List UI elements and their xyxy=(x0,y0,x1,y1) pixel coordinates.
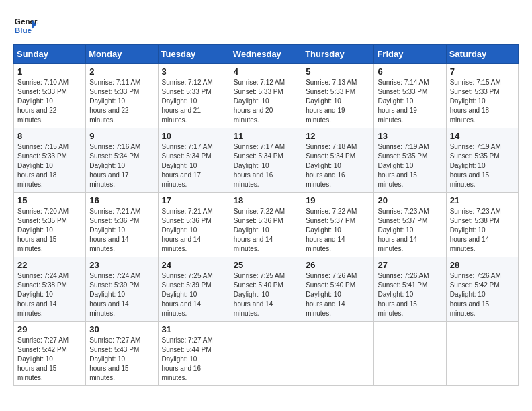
day-number: 28 xyxy=(450,260,515,270)
day-info: Sunrise: 7:18 AMSunset: 5:34 PMDaylight:… xyxy=(306,142,370,189)
calendar-cell: 31Sunrise: 7:27 AMSunset: 5:44 PMDayligh… xyxy=(158,322,230,386)
calendar-week-row: 8Sunrise: 7:15 AMSunset: 5:33 PMDaylight… xyxy=(14,128,519,193)
day-number: 30 xyxy=(89,324,154,334)
calendar-cell: 23Sunrise: 7:24 AMSunset: 5:39 PMDayligh… xyxy=(86,257,158,322)
calendar-cell: 4Sunrise: 7:12 AMSunset: 5:33 PMDaylight… xyxy=(230,64,302,128)
calendar-cell: 24Sunrise: 7:25 AMSunset: 5:39 PMDayligh… xyxy=(158,257,230,322)
calendar-cell: 5Sunrise: 7:13 AMSunset: 5:33 PMDaylight… xyxy=(302,64,374,128)
day-number: 23 xyxy=(89,260,154,270)
day-number: 4 xyxy=(234,66,298,77)
weekday-header-thursday: Thursday xyxy=(302,45,374,64)
calendar-cell: 19Sunrise: 7:22 AMSunset: 5:37 PMDayligh… xyxy=(302,193,374,257)
day-info: Sunrise: 7:21 AMSunset: 5:36 PMDaylight:… xyxy=(162,207,226,254)
day-number: 22 xyxy=(17,260,82,270)
day-number: 21 xyxy=(450,195,515,205)
day-number: 25 xyxy=(234,260,298,270)
calendar-cell: 20Sunrise: 7:23 AMSunset: 5:37 PMDayligh… xyxy=(374,193,446,257)
day-info: Sunrise: 7:21 AMSunset: 5:36 PMDaylight:… xyxy=(89,207,154,254)
day-number: 18 xyxy=(234,195,298,205)
day-info: Sunrise: 7:17 AMSunset: 5:34 PMDaylight:… xyxy=(162,142,226,189)
day-info: Sunrise: 7:22 AMSunset: 5:36 PMDaylight:… xyxy=(234,207,298,254)
calendar-cell: 16Sunrise: 7:21 AMSunset: 5:36 PMDayligh… xyxy=(86,193,158,257)
day-info: Sunrise: 7:26 AMSunset: 5:41 PMDaylight:… xyxy=(378,271,442,318)
day-info: Sunrise: 7:24 AMSunset: 5:38 PMDaylight:… xyxy=(17,271,82,318)
day-number: 2 xyxy=(89,66,154,77)
day-number: 16 xyxy=(89,195,154,205)
weekday-header-wednesday: Wednesday xyxy=(230,45,302,64)
day-number: 9 xyxy=(89,131,154,141)
day-info: Sunrise: 7:24 AMSunset: 5:39 PMDaylight:… xyxy=(89,271,154,318)
calendar-cell: 10Sunrise: 7:17 AMSunset: 5:34 PMDayligh… xyxy=(158,128,230,193)
day-info: Sunrise: 7:16 AMSunset: 5:34 PMDaylight:… xyxy=(89,142,154,189)
calendar-cell: 14Sunrise: 7:19 AMSunset: 5:35 PMDayligh… xyxy=(446,128,518,193)
weekday-header-tuesday: Tuesday xyxy=(158,45,230,64)
calendar-cell xyxy=(302,322,374,386)
day-info: Sunrise: 7:14 AMSunset: 5:33 PMDaylight:… xyxy=(378,78,442,125)
day-info: Sunrise: 7:27 AMSunset: 5:42 PMDaylight:… xyxy=(17,336,82,383)
calendar-cell: 13Sunrise: 7:19 AMSunset: 5:35 PMDayligh… xyxy=(374,128,446,193)
calendar-table: SundayMondayTuesdayWednesdayThursdayFrid… xyxy=(13,44,519,386)
day-number: 1 xyxy=(17,66,82,77)
calendar-cell: 9Sunrise: 7:16 AMSunset: 5:34 PMDaylight… xyxy=(86,128,158,193)
weekday-header-saturday: Saturday xyxy=(446,45,518,64)
day-info: Sunrise: 7:27 AMSunset: 5:43 PMDaylight:… xyxy=(89,336,154,383)
day-info: Sunrise: 7:13 AMSunset: 5:33 PMDaylight:… xyxy=(306,78,370,125)
calendar-cell: 18Sunrise: 7:22 AMSunset: 5:36 PMDayligh… xyxy=(230,193,302,257)
svg-text:Blue: Blue xyxy=(15,26,32,34)
weekday-header-friday: Friday xyxy=(374,45,446,64)
day-info: Sunrise: 7:12 AMSunset: 5:33 PMDaylight:… xyxy=(162,78,226,125)
day-info: Sunrise: 7:10 AMSunset: 5:33 PMDaylight:… xyxy=(17,78,82,125)
calendar-cell: 26Sunrise: 7:26 AMSunset: 5:40 PMDayligh… xyxy=(302,257,374,322)
calendar-cell: 25Sunrise: 7:25 AMSunset: 5:40 PMDayligh… xyxy=(230,257,302,322)
day-info: Sunrise: 7:17 AMSunset: 5:34 PMDaylight:… xyxy=(234,142,298,189)
calendar-cell: 30Sunrise: 7:27 AMSunset: 5:43 PMDayligh… xyxy=(86,322,158,386)
calendar-cell xyxy=(374,322,446,386)
day-info: Sunrise: 7:23 AMSunset: 5:37 PMDaylight:… xyxy=(378,207,442,254)
day-info: Sunrise: 7:19 AMSunset: 5:35 PMDaylight:… xyxy=(450,142,515,189)
calendar-cell xyxy=(446,322,518,386)
day-info: Sunrise: 7:20 AMSunset: 5:35 PMDaylight:… xyxy=(17,207,82,254)
day-number: 5 xyxy=(306,66,370,77)
calendar-cell: 15Sunrise: 7:20 AMSunset: 5:35 PMDayligh… xyxy=(14,193,86,257)
day-info: Sunrise: 7:22 AMSunset: 5:37 PMDaylight:… xyxy=(306,207,370,254)
day-number: 17 xyxy=(162,195,226,205)
day-number: 15 xyxy=(17,195,82,205)
calendar-cell: 29Sunrise: 7:27 AMSunset: 5:42 PMDayligh… xyxy=(14,322,86,386)
calendar-cell: 8Sunrise: 7:15 AMSunset: 5:33 PMDaylight… xyxy=(14,128,86,193)
day-number: 8 xyxy=(17,131,82,141)
calendar-cell: 3Sunrise: 7:12 AMSunset: 5:33 PMDaylight… xyxy=(158,64,230,128)
calendar-cell: 6Sunrise: 7:14 AMSunset: 5:33 PMDaylight… xyxy=(374,64,446,128)
calendar-week-row: 1Sunrise: 7:10 AMSunset: 5:33 PMDaylight… xyxy=(14,64,519,128)
day-info: Sunrise: 7:19 AMSunset: 5:35 PMDaylight:… xyxy=(378,142,442,189)
weekday-header-sunday: Sunday xyxy=(14,45,86,64)
calendar-week-row: 22Sunrise: 7:24 AMSunset: 5:38 PMDayligh… xyxy=(14,257,519,322)
day-info: Sunrise: 7:26 AMSunset: 5:40 PMDaylight:… xyxy=(306,271,370,318)
calendar-cell: 2Sunrise: 7:11 AMSunset: 5:33 PMDaylight… xyxy=(86,64,158,128)
day-number: 10 xyxy=(162,131,226,141)
day-info: Sunrise: 7:23 AMSunset: 5:38 PMDaylight:… xyxy=(450,207,515,254)
day-info: Sunrise: 7:15 AMSunset: 5:33 PMDaylight:… xyxy=(450,78,515,125)
day-number: 29 xyxy=(17,324,82,334)
weekday-header-monday: Monday xyxy=(86,45,158,64)
day-number: 26 xyxy=(306,260,370,270)
day-number: 12 xyxy=(306,131,370,141)
day-info: Sunrise: 7:25 AMSunset: 5:39 PMDaylight:… xyxy=(162,271,226,318)
day-info: Sunrise: 7:12 AMSunset: 5:33 PMDaylight:… xyxy=(234,78,298,125)
day-info: Sunrise: 7:27 AMSunset: 5:44 PMDaylight:… xyxy=(162,336,226,383)
calendar-cell: 17Sunrise: 7:21 AMSunset: 5:36 PMDayligh… xyxy=(158,193,230,257)
day-number: 31 xyxy=(162,324,226,334)
calendar-cell: 28Sunrise: 7:26 AMSunset: 5:42 PMDayligh… xyxy=(446,257,518,322)
day-number: 11 xyxy=(234,131,298,141)
day-number: 27 xyxy=(378,260,442,270)
calendar-cell: 1Sunrise: 7:10 AMSunset: 5:33 PMDaylight… xyxy=(14,64,86,128)
calendar-cell: 27Sunrise: 7:26 AMSunset: 5:41 PMDayligh… xyxy=(374,257,446,322)
day-number: 6 xyxy=(378,66,442,77)
day-number: 14 xyxy=(450,131,515,141)
calendar-cell xyxy=(230,322,302,386)
day-info: Sunrise: 7:26 AMSunset: 5:42 PMDaylight:… xyxy=(450,271,515,318)
calendar-cell: 11Sunrise: 7:17 AMSunset: 5:34 PMDayligh… xyxy=(230,128,302,193)
calendar-cell: 12Sunrise: 7:18 AMSunset: 5:34 PMDayligh… xyxy=(302,128,374,193)
day-info: Sunrise: 7:25 AMSunset: 5:40 PMDaylight:… xyxy=(234,271,298,318)
day-number: 19 xyxy=(306,195,370,205)
calendar-week-row: 29Sunrise: 7:27 AMSunset: 5:42 PMDayligh… xyxy=(14,322,519,386)
